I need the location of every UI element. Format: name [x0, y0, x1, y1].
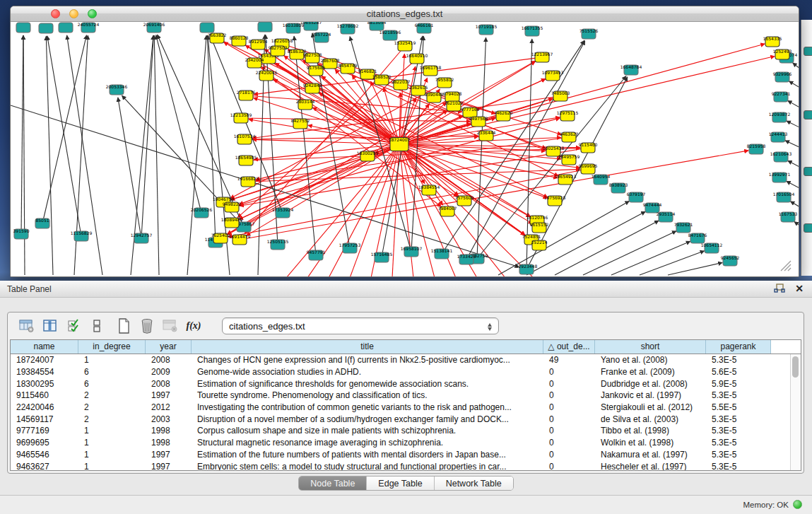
- graph-node[interactable]: 9175685: [307, 65, 326, 76]
- graph-node[interactable]: 9115460: [579, 142, 598, 153]
- graph-node[interactable]: 8860128: [230, 35, 249, 46]
- graph-node[interactable]: 22420046: [256, 70, 278, 81]
- table-scrollbar[interactable]: [790, 354, 801, 470]
- graph-node[interactable]: 17016504: [773, 192, 795, 202]
- table-row[interactable]: 1456911722003Disruption of a novel membe…: [11, 413, 790, 425]
- column-header-title[interactable]: title: [192, 340, 543, 354]
- graph-node[interactable]: 9242848: [303, 83, 322, 93]
- graph-node[interactable]: [39, 23, 53, 33]
- graph-node[interactable]: 15138141: [431, 248, 453, 259]
- new-document-button[interactable]: [114, 317, 133, 335]
- graph-node[interactable]: 1654335: [763, 36, 782, 47]
- graph-node[interactable]: 6466161: [415, 23, 434, 33]
- graph-node[interactable]: 10719185: [476, 24, 498, 35]
- graph-node[interactable]: 9699695: [579, 163, 598, 174]
- graph-node[interactable]: 12923448: [516, 264, 538, 274]
- graph-node[interactable]: 20053346: [106, 84, 128, 95]
- function-builder-button[interactable]: f(x): [184, 317, 203, 335]
- column-header-out_de[interactable]: △ out_de...: [543, 340, 595, 354]
- delete-button[interactable]: [138, 317, 156, 335]
- graph-node[interactable]: 1244413: [769, 132, 788, 142]
- graph-node[interactable]: 12975115: [557, 110, 579, 121]
- column-select-button[interactable]: [41, 317, 59, 335]
- graph-node[interactable]: 12213589: [230, 112, 252, 123]
- tab-node-table[interactable]: Node Table: [299, 477, 367, 490]
- graph-node[interactable]: 2718176: [237, 90, 256, 100]
- graph-node[interactable]: 7485063: [551, 90, 570, 101]
- graph-hub-node[interactable]: 18724007: [389, 137, 411, 151]
- graph-node[interactable]: 85051: [35, 218, 49, 228]
- graph-node[interactable]: 7955812: [435, 77, 454, 88]
- rows-button[interactable]: [88, 317, 106, 335]
- graph-node[interactable]: 8938923: [609, 182, 628, 193]
- table-row[interactable]: 2242004622012Investigating the contribut…: [11, 402, 790, 414]
- graph-node[interactable]: 2342004: [245, 57, 264, 68]
- graph-node[interactable]: 2935114: [657, 211, 676, 222]
- graph-node[interactable]: 8471676: [688, 233, 707, 243]
- graph-node[interactable]: 12213967: [531, 52, 553, 62]
- graph-node[interactable]: 16671355: [522, 25, 543, 36]
- graph-node[interactable]: 9498222: [223, 201, 242, 212]
- graph-node[interactable]: 9827508: [303, 52, 322, 63]
- table-row[interactable]: 977716911998Corpus callosum shape and si…: [11, 425, 790, 437]
- graph-node[interactable]: 7575609: [455, 195, 474, 206]
- table-settings-button[interactable]: [18, 317, 36, 335]
- graph-node[interactable]: 7515526: [579, 28, 599, 39]
- network-table-select[interactable]: citations_edges.txt: [222, 317, 499, 334]
- graph-node[interactable]: 16958107: [401, 246, 423, 257]
- graph-node[interactable]: [200, 23, 214, 33]
- graph-node[interactable]: [16, 23, 30, 33]
- graph-node[interactable]: 9390448: [425, 92, 444, 103]
- tab-network-table[interactable]: Network Table: [435, 477, 513, 490]
- graph-node[interactable]: 8912954: [249, 39, 268, 49]
- graph-node[interactable]: 20206526: [191, 207, 213, 218]
- graph-node[interactable]: 16033809: [283, 23, 305, 33]
- graph-node[interactable]: 19218596: [379, 30, 401, 40]
- graph-node[interactable]: 1167533: [779, 211, 798, 222]
- graph-node[interactable]: 19654923: [555, 174, 577, 185]
- graph-node[interactable]: 8215958: [747, 144, 766, 154]
- graph-node[interactable]: 16914479: [229, 234, 251, 245]
- graph-node[interactable]: 9245652: [721, 255, 740, 266]
- graph-node[interactable]: 7663822: [208, 33, 227, 43]
- table-row[interactable]: 946362711997Embryonic stem cells: a mode…: [11, 460, 790, 471]
- graph-node[interactable]: 9822037: [392, 79, 411, 90]
- graph-node[interactable]: 1252493: [773, 49, 792, 59]
- table-row[interactable]: 1830029562008Estimation of significance …: [11, 378, 790, 390]
- window-titlebar[interactable]: citations_edges.txt: [11, 6, 799, 22]
- graph-node[interactable]: 8454749: [339, 63, 358, 74]
- graph-node[interactable]: 9329966: [773, 71, 792, 82]
- graph-node[interactable]: 8427552: [291, 118, 310, 129]
- graph-node[interactable]: 10654112: [701, 243, 723, 253]
- graph-node[interactable]: 7857224: [312, 32, 331, 42]
- graph-node[interactable]: 16648784: [620, 64, 642, 75]
- graph-node[interactable]: 7932621: [674, 222, 693, 233]
- close-panel-icon[interactable]: ✕: [795, 283, 804, 294]
- graph-node[interactable]: 9827503: [269, 45, 288, 56]
- graph-node[interactable]: 1588520: [372, 74, 392, 85]
- graph-node[interactable]: 6379197: [627, 192, 646, 202]
- tab-edge-table[interactable]: Edge Table: [367, 477, 434, 490]
- column-header-short[interactable]: short: [595, 340, 706, 354]
- table-row[interactable]: 1938455462009Genome-wide association stu…: [11, 366, 790, 378]
- graph-node[interactable]: 9227341: [772, 91, 791, 102]
- scrollbar-thumb[interactable]: [792, 356, 799, 378]
- graph-node[interactable]: 16640910: [406, 53, 428, 64]
- table-row[interactable]: 1872400712008Changes of HCN gene express…: [11, 354, 790, 366]
- graph-node[interactable]: 19384554: [418, 185, 440, 195]
- graph-node[interactable]: 17353924: [272, 207, 294, 218]
- graph-node[interactable]: 13992971: [769, 172, 791, 182]
- graph-node[interactable]: 18495759: [558, 154, 580, 165]
- graph-node[interactable]: [258, 22, 272, 32]
- graph-node[interactable]: 11156829: [71, 230, 93, 241]
- network-canvas[interactable]: 2405572420691406106552871527860264661611…: [11, 22, 799, 276]
- graph-node[interactable]: 9457791: [307, 250, 326, 260]
- graph-node[interactable]: 9463627: [560, 132, 579, 142]
- graph-node[interactable]: 24055724: [78, 22, 100, 33]
- float-window-icon[interactable]: [774, 284, 785, 293]
- graph-node[interactable]: 15716485: [371, 252, 393, 262]
- graph-node[interactable]: 16210643: [770, 151, 792, 162]
- graph-node[interactable]: 7462620: [494, 110, 513, 121]
- graph-node[interactable]: 391590: [13, 228, 30, 239]
- graph-node[interactable]: 12093872: [769, 112, 791, 122]
